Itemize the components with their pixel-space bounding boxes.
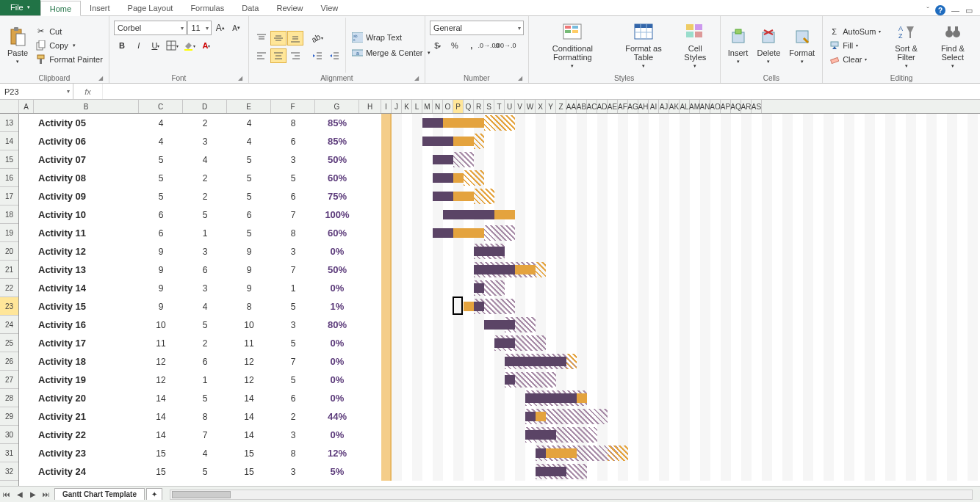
cell[interactable]: 10	[227, 316, 271, 334]
sort-filter-button[interactable]: AZSort & Filter▾	[885, 18, 926, 73]
align-top-button[interactable]	[253, 31, 270, 46]
increase-font-button[interactable]: A▴	[212, 21, 228, 35]
cell[interactable]: 9	[227, 242, 271, 261]
cell[interactable]	[359, 224, 381, 242]
column-header[interactable]: O	[443, 100, 453, 113]
dialog-launcher-icon[interactable]: ◢	[98, 75, 103, 81]
row-header[interactable]: 30	[0, 426, 18, 444]
cell[interactable]: 5	[183, 389, 227, 407]
cell[interactable]	[359, 114, 381, 132]
cell[interactable]: 0%	[315, 352, 359, 371]
cell[interactable]	[19, 352, 34, 371]
tab-page-layout[interactable]: Page Layout	[119, 0, 182, 15]
cell[interactable]: 0%	[315, 279, 359, 297]
cell[interactable]: 5	[183, 205, 227, 224]
cell[interactable]: 0%	[315, 242, 359, 261]
cell[interactable]: 4	[227, 132, 271, 150]
cell[interactable]: Activity 10	[34, 205, 139, 224]
sheet-nav-last[interactable]: ⏭	[40, 488, 53, 501]
cell[interactable]	[359, 316, 381, 334]
cell[interactable]: 2	[271, 407, 315, 426]
cell[interactable]: 5	[271, 371, 315, 389]
cell[interactable]: 3	[271, 150, 315, 169]
cell[interactable]: 8	[183, 407, 227, 426]
row-header[interactable]: 21	[0, 261, 18, 279]
align-left-button[interactable]	[253, 48, 270, 63]
column-header[interactable]: U	[505, 100, 515, 113]
sheet-nav-prev[interactable]: ◀	[13, 488, 26, 501]
cell[interactable]: 2	[183, 114, 227, 132]
cell[interactable]: 5	[139, 150, 183, 169]
cells-area[interactable]: Activity 05424885%Activity 06434685%Acti…	[19, 114, 980, 486]
cell[interactable]	[19, 242, 34, 261]
tab-home[interactable]: Home	[40, 1, 81, 16]
column-header[interactable]: T	[494, 100, 505, 113]
row-header[interactable]: 18	[0, 205, 18, 224]
column-header[interactable]: H	[359, 100, 381, 113]
fill-color-button[interactable]: ▾	[181, 38, 198, 53]
cell[interactable]: 7	[271, 352, 315, 371]
row-header[interactable]: 26	[0, 352, 18, 371]
cell[interactable]: Activity 22	[34, 426, 139, 444]
cell[interactable]	[359, 242, 381, 261]
column-header[interactable]: L	[412, 100, 422, 113]
cell[interactable]	[19, 205, 34, 224]
cell[interactable]	[359, 462, 381, 481]
column-header[interactable]: AA	[566, 100, 577, 113]
cell[interactable]: 75%	[315, 187, 359, 205]
column-header[interactable]: Z	[556, 100, 566, 113]
column-header[interactable]: AF	[618, 100, 628, 113]
cell[interactable]: 5	[183, 462, 227, 481]
cell[interactable]: 9	[139, 261, 183, 279]
cell[interactable]	[359, 169, 381, 187]
italic-button[interactable]: I	[131, 38, 147, 53]
cell[interactable]: 8	[271, 444, 315, 462]
cell[interactable]	[19, 334, 34, 352]
format-as-table-button[interactable]: Format as Table▾	[615, 18, 672, 73]
cell[interactable]: 6	[271, 389, 315, 407]
conditional-formatting-button[interactable]: Conditional Formatting▾	[533, 18, 612, 73]
column-header[interactable]: N	[433, 100, 443, 113]
cell[interactable]	[359, 334, 381, 352]
fx-icon[interactable]: fx	[73, 84, 103, 99]
underline-button[interactable]: U▾	[148, 38, 164, 53]
cell[interactable]: 9	[139, 297, 183, 316]
cell[interactable]: 7	[183, 426, 227, 444]
row-header[interactable]: 20	[0, 242, 18, 261]
cell[interactable]: 12	[139, 371, 183, 389]
wrap-text-button[interactable]: abcWrap Text	[350, 32, 432, 44]
column-header[interactable]: A	[19, 100, 34, 113]
cell[interactable]: 12	[139, 352, 183, 371]
name-box[interactable]: P23	[0, 84, 73, 99]
dialog-launcher-icon[interactable]: ◢	[518, 75, 522, 81]
cell[interactable]	[19, 297, 34, 316]
cell[interactable]: Activity 06	[34, 132, 139, 150]
merge-center-button[interactable]: aMerge & Center▾	[350, 47, 432, 59]
cell[interactable]: Activity 19	[34, 371, 139, 389]
cell[interactable]: 3	[271, 426, 315, 444]
cell[interactable]: 85%	[315, 114, 359, 132]
cell[interactable]: 11	[139, 334, 183, 352]
cell[interactable]: 14	[139, 407, 183, 426]
formula-input[interactable]	[103, 84, 980, 99]
cell[interactable]	[19, 426, 34, 444]
column-header[interactable]: S	[484, 100, 494, 113]
cell[interactable]: 0%	[315, 389, 359, 407]
cell[interactable]: 3	[183, 242, 227, 261]
row-header[interactable]: 15	[0, 150, 18, 169]
column-header[interactable]: G	[315, 100, 359, 113]
cell[interactable]: 0%	[315, 334, 359, 352]
cell[interactable]	[359, 426, 381, 444]
column-header[interactable]: AO	[710, 100, 721, 113]
dialog-launcher-icon[interactable]: ◢	[414, 75, 419, 81]
column-header[interactable]: C	[139, 100, 183, 113]
column-header[interactable]: AS	[752, 100, 762, 113]
tab-insert[interactable]: Insert	[81, 0, 119, 15]
sheet-nav-first[interactable]: ⏮	[0, 488, 13, 501]
cell[interactable]	[19, 132, 34, 150]
cell[interactable]: Activity 14	[34, 279, 139, 297]
cell[interactable]: 4	[183, 297, 227, 316]
cell[interactable]: 9	[139, 279, 183, 297]
decrease-decimal-button[interactable]: .00→.0	[497, 38, 514, 53]
column-header[interactable]: E	[227, 100, 271, 113]
